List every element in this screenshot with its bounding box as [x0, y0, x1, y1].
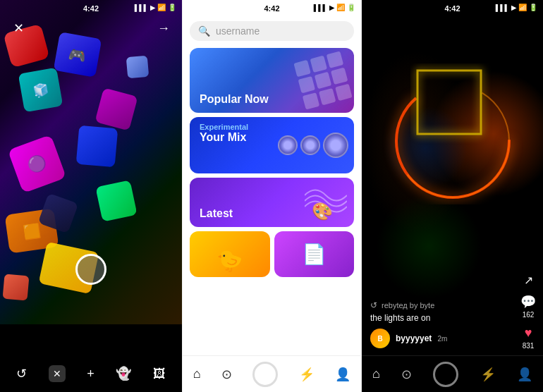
left-phone-panel: 4:42 ▌▌▌ ▶ 📶 🔋 ✕ → 🎮 🧊 🟣 🟧 ↺	[0, 0, 182, 392]
paper-icon: 📄	[302, 243, 327, 266]
cube-blue2	[76, 125, 118, 168]
mix-label: Your Mix	[200, 131, 246, 144]
search-container: 🔍 username	[183, 17, 361, 45]
nav-search-right[interactable]: ⊙	[401, 367, 412, 382]
deco-sq-2	[310, 56, 327, 73]
nav-repeat-icon[interactable]: ↺	[16, 366, 27, 381]
search-icon: 🔍	[198, 25, 210, 37]
search-bar[interactable]: 🔍 username	[190, 21, 354, 41]
record-btn-right[interactable]	[433, 362, 458, 387]
middle-phone-panel: 4:42 ▌▌▌ ▶ 📶 🔋 🔍 username	[182, 0, 362, 392]
deco-sq-9	[335, 84, 352, 101]
status-time-right: 4:42	[444, 4, 460, 13]
nav-lightning-right[interactable]: ⚡	[480, 367, 496, 382]
nav-plus-icon[interactable]: +	[87, 367, 94, 381]
right-content: ↺ rebytед by byte the lights are on B by…	[362, 293, 543, 355]
rebyte-label: rebytед by byte	[382, 301, 434, 310]
nav-home-mid[interactable]: ⌂	[193, 367, 201, 381]
nav-ghost-icon[interactable]: 👻	[116, 366, 131, 381]
close-icon[interactable]: ✕	[8, 18, 28, 38]
cube-teal: 🧊	[18, 68, 63, 113]
avatar: B	[370, 329, 390, 348]
cube-blue1: 🎮	[54, 32, 102, 78]
bottom-nav-mid: ⌂ ⊙ ⚡ 👤	[183, 355, 361, 392]
latest-deco-figure: 🎨	[312, 202, 333, 221]
share-action[interactable]: ↗	[524, 274, 533, 287]
rebyte-icon: ↺	[370, 300, 377, 310]
nav-search-mid[interactable]: ⊙	[221, 367, 232, 382]
nav-home-right[interactable]: ⌂	[372, 367, 380, 381]
deco-sq-5	[315, 72, 331, 89]
search-input[interactable]: username	[216, 25, 260, 37]
nav-person-mid[interactable]: 👤	[335, 367, 350, 382]
popular-label: Popular Now	[200, 93, 269, 106]
status-bar-right: 4:42 ▌▌▌ ▶ 📶 🔋	[362, 0, 543, 17]
status-time-mid: 4:42	[264, 4, 279, 13]
popular-decoration	[262, 48, 354, 113]
category-popular[interactable]: Popular Now	[190, 48, 354, 113]
status-bar-mid: 4:42 ▌▌▌ ▶ 📶 🔋	[183, 0, 361, 17]
deco-sq-3	[327, 51, 343, 68]
duck-icon: 🐤	[216, 248, 243, 273]
deco-sq-7	[303, 92, 319, 109]
cd-3	[323, 133, 348, 158]
nav-person-right[interactable]: 👤	[517, 367, 532, 382]
username: byyyyyet	[396, 333, 432, 343]
svg-rect-2	[417, 71, 481, 134]
cube-purple	[94, 87, 138, 130]
category-featured2[interactable]: 📄	[274, 231, 355, 277]
cd-1	[278, 135, 298, 155]
cube-mini1	[3, 274, 30, 301]
bottom-nav-left: ↺ ✕ + 👻 🖼	[0, 355, 182, 392]
deco-sq-1	[293, 60, 310, 77]
record-btn-mid[interactable]	[252, 362, 278, 387]
categories-list: Popular Now Experimental Your Mix	[183, 45, 361, 355]
mix-sublabel: Experimental	[200, 123, 248, 131]
deco-sq-8	[319, 88, 336, 105]
left-top-icons: ✕ →	[0, 18, 182, 38]
user-row: B byyyyyet 2m	[370, 329, 535, 348]
left-background: 4:42 ▌▌▌ ▶ 📶 🔋 ✕ → 🎮 🧊 🟣 🟧	[0, 0, 182, 324]
category-featured1[interactable]: 🐤	[190, 231, 270, 277]
small-cards-row: 🐤 📄	[190, 231, 354, 277]
deco-sq-4	[298, 76, 315, 93]
latest-label: Latest	[200, 207, 233, 220]
nav-x-icon[interactable]: ✕	[49, 365, 66, 382]
nav-photo-icon[interactable]: 🖼	[153, 367, 166, 381]
status-icons-mid: ▌▌▌ ▶ 📶 🔋	[314, 4, 355, 11]
category-mix[interactable]: Experimental Your Mix	[190, 117, 354, 173]
deco-squares	[293, 51, 352, 109]
status-icons-left: ▌▌▌ ▶ 📶 🔋	[135, 4, 176, 11]
neon-square-svg	[410, 63, 495, 148]
caption: the lights are on	[370, 313, 535, 323]
nav-lightning-mid[interactable]: ⚡	[299, 367, 315, 382]
rebyte-row: ↺ rebytед by byte	[370, 300, 535, 310]
forward-icon[interactable]: →	[154, 18, 173, 38]
category-latest[interactable]: 🎨 Latest	[190, 178, 354, 227]
share-icon: ↗	[524, 274, 533, 287]
cube-green	[95, 180, 137, 221]
deco-sq-6	[331, 68, 348, 85]
neon-artwork	[383, 42, 522, 226]
status-icons-right: ▌▌▌ ▶ 📶 🔋	[496, 4, 537, 11]
bottom-nav-right: ⌂ ⊙ ⚡ 👤	[362, 355, 543, 392]
status-bar-left: 4:42 ▌▌▌ ▶ 📶 🔋	[0, 0, 182, 17]
status-time-left: 4:42	[83, 4, 99, 13]
time-ago: 2m	[437, 335, 447, 343]
cube-mini2	[126, 56, 150, 79]
cube-magenta: 🟣	[8, 135, 66, 193]
cd-decoration	[278, 133, 348, 158]
cd-2	[300, 135, 320, 155]
right-phone-panel: 4:42 ▌▌▌ ▶ 📶 🔋 ↗ 💬 162 ♥ 831	[362, 0, 543, 392]
record-button-left[interactable]	[75, 254, 106, 285]
